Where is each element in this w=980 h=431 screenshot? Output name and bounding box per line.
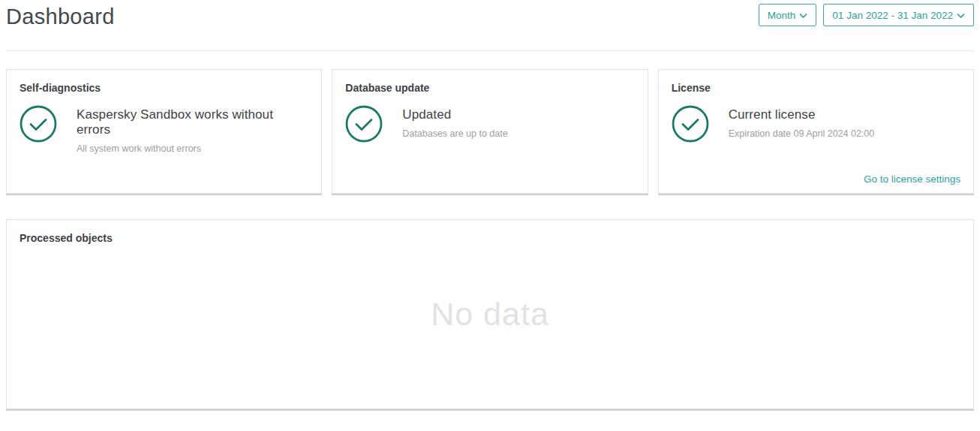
date-range-button[interactable]: 01 Jan 2022 - 31 Jan 2022 bbox=[823, 4, 974, 26]
period-select-label: Month bbox=[768, 10, 796, 21]
status-subtitle: Databases are up to date bbox=[402, 128, 507, 139]
status-row: Current license Expiration date 09 April… bbox=[672, 105, 960, 146]
card-license: License Current license Expiration date … bbox=[658, 69, 974, 194]
processed-objects-panel: Processed objects No data bbox=[6, 219, 974, 409]
status-texts: Current license Expiration date 09 April… bbox=[729, 105, 875, 139]
page-header: Dashboard Month 01 Jan 2022 - 31 Jan 202… bbox=[6, 0, 974, 51]
panel-header: Processed objects bbox=[20, 232, 960, 244]
chevron-down-icon bbox=[799, 13, 807, 19]
card-database-update: Database update Updated Databases are up… bbox=[332, 69, 648, 194]
dashboard-page: Dashboard Month 01 Jan 2022 - 31 Jan 202… bbox=[0, 0, 980, 409]
card-header: Self-diagnostics bbox=[20, 82, 308, 94]
status-subtitle: Expiration date 09 April 2024 02:00 bbox=[729, 128, 875, 139]
date-range-label: 01 Jan 2022 - 31 Jan 2022 bbox=[832, 10, 953, 21]
period-select-button[interactable]: Month bbox=[759, 4, 817, 26]
status-texts: Updated Databases are up to date bbox=[402, 105, 507, 139]
empty-state-text: No data bbox=[431, 295, 549, 332]
page-title: Dashboard bbox=[6, 4, 115, 29]
check-circle-icon bbox=[672, 105, 709, 146]
chevron-down-icon bbox=[957, 13, 965, 19]
card-header: Database update bbox=[345, 82, 634, 94]
status-row: Updated Databases are up to date bbox=[345, 105, 634, 146]
status-row: Kaspersky Sandbox works without errors A… bbox=[20, 105, 308, 154]
card-header: License bbox=[672, 82, 960, 94]
status-title: Updated bbox=[402, 107, 507, 122]
header-controls: Month 01 Jan 2022 - 31 Jan 2022 bbox=[759, 4, 974, 26]
status-subtitle: All system work without errors bbox=[77, 143, 308, 154]
status-title: Kaspersky Sandbox works without errors bbox=[77, 107, 308, 137]
status-cards-row: Self-diagnostics Kaspersky Sandbox works… bbox=[6, 69, 974, 194]
status-title: Current license bbox=[729, 107, 875, 122]
license-settings-link[interactable]: Go to license settings bbox=[864, 173, 960, 185]
card-self-diagnostics: Self-diagnostics Kaspersky Sandbox works… bbox=[6, 69, 322, 194]
check-circle-icon bbox=[345, 105, 383, 146]
status-texts: Kaspersky Sandbox works without errors A… bbox=[77, 105, 308, 154]
check-circle-icon bbox=[20, 105, 57, 146]
